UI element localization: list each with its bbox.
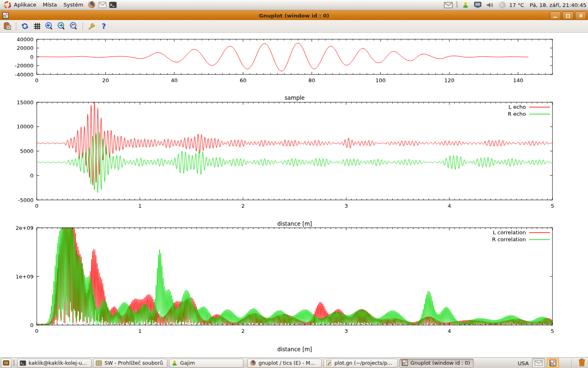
series-chirp-signal — [37, 43, 528, 71]
y-tick-label: -20000 — [15, 63, 33, 69]
task-label: Gnuplot (window id : 0) — [410, 360, 470, 366]
zoom-previous-icon[interactable] — [45, 21, 54, 31]
tray-separator — [571, 359, 572, 367]
file-manager-icon — [96, 360, 102, 366]
help-icon[interactable]: ? — [99, 21, 109, 31]
legend-label: R correlation — [492, 236, 526, 242]
y-tick-label: 20000 — [17, 45, 33, 51]
menu-places-label: Místa — [43, 2, 57, 8]
task-label: kaklik@kaklik-kolej-u... — [29, 360, 87, 366]
y-tick-label: 10000 — [17, 123, 33, 130]
replot-icon[interactable] — [20, 21, 30, 31]
chart-echo[interactable]: 012345150001000050000-5000distance [m]L … — [17, 99, 555, 227]
chart-signal[interactable]: 02040608010012014040000200000-20000-4000… — [15, 36, 552, 101]
gajim-status-icon[interactable] — [461, 0, 470, 9]
x-tick-label: 4 — [448, 203, 451, 209]
bottom-panel: kaklik@kaklik-kolej-u... SW - Prohlížeč … — [0, 357, 588, 368]
y-tick-label: 40000 — [17, 36, 33, 43]
maximize-button[interactable] — [562, 11, 574, 20]
firefox-launcher-icon[interactable] — [87, 0, 96, 9]
bottom-panel-tray: USA — [518, 358, 588, 368]
gnuplot-canvas[interactable]: 02040608010012014040000200000-20000-4000… — [0, 33, 588, 357]
task-editor[interactable]: plot.gn (~/projects/p... — [323, 359, 398, 368]
y-tick-label: 0 — [30, 173, 33, 179]
show-desktop-button[interactable] — [1, 358, 11, 368]
close-button[interactable] — [575, 11, 586, 20]
trash-icon[interactable] — [577, 358, 586, 368]
plots-svg[interactable]: 02040608010012014040000200000-20000-4000… — [0, 33, 588, 357]
series-l-correlation — [37, 228, 552, 325]
window-title: Gnuplot (window id : 0) — [0, 13, 588, 19]
menu-applications[interactable]: Aplikace — [0, 0, 40, 10]
copy-to-clipboard-icon[interactable] — [2, 21, 12, 31]
mail-tray-icon[interactable] — [444, 0, 453, 9]
mail-tray-icon[interactable] — [532, 358, 545, 368]
y-tick-label: -5000 — [18, 197, 33, 203]
grid-icon[interactable] — [32, 21, 42, 31]
x-axis-label: distance [m] — [277, 346, 312, 352]
x-tick-label: 100 — [376, 77, 386, 83]
gnuplot-icon — [402, 360, 408, 366]
legend-label: R echo — [508, 111, 526, 117]
task-gajim[interactable]: Gajim — [169, 359, 243, 368]
task-gnuplot[interactable]: Gnuplot (window id : 0) — [399, 359, 474, 368]
top-panel-tray: 17 °C Pá, 18. září, 21:40:45 — [443, 0, 586, 10]
gnuplot-toolbar: ? — [0, 20, 588, 33]
gajim-icon — [172, 360, 178, 366]
x-tick-label: 60 — [240, 77, 247, 83]
task-label: Gajim — [180, 360, 195, 366]
x-tick-label: 5 — [551, 328, 554, 334]
chart-correlation[interactable]: 0123452e+091e+090distance [m]L correlati… — [16, 225, 554, 353]
autoscale-icon[interactable] — [69, 21, 79, 31]
x-tick-label: 1 — [138, 203, 141, 209]
plot-border — [37, 102, 552, 200]
task-firefox[interactable]: gnuplot / tics (E) - M... — [247, 359, 322, 368]
display-icon[interactable] — [473, 0, 482, 9]
config-icon[interactable] — [87, 21, 96, 31]
gnuplot-tray-icon[interactable] — [547, 358, 559, 368]
x-tick-label: 1 — [138, 328, 141, 334]
task-label: SW - Prohlížeč souborů — [105, 360, 163, 366]
legend-label: L correlation — [493, 229, 526, 236]
x-tick-label: 0 — [35, 203, 38, 209]
terminal-launcher-icon[interactable] — [109, 0, 118, 9]
menu-applications-label: Aplikace — [14, 2, 36, 8]
weather-icon[interactable] — [498, 0, 507, 9]
ubuntu-logo-icon — [3, 1, 11, 9]
menu-system[interactable]: Systém — [60, 0, 86, 10]
clock-label[interactable]: Pá, 18. září, 21:40:45 — [530, 2, 586, 8]
temperature-label[interactable]: 17 °C — [509, 2, 524, 8]
mail-launcher-icon[interactable] — [98, 0, 107, 9]
x-tick-label: 20 — [102, 77, 109, 83]
x-tick-label: 3 — [345, 328, 348, 334]
x-tick-label: 120 — [444, 77, 454, 83]
minimize-button[interactable] — [550, 11, 561, 20]
task-label: gnuplot / tics (E) - M... — [258, 360, 315, 366]
task-file-manager[interactable]: SW - Prohlížeč souborů — [93, 359, 167, 368]
x-tick-label: 0 — [35, 328, 38, 334]
zoom-next-icon[interactable] — [57, 21, 67, 31]
task-terminal[interactable]: kaklik@kaklik-kolej-u... — [17, 359, 91, 368]
x-tick-label: 40 — [171, 77, 178, 83]
legend-label: L echo — [508, 104, 526, 110]
x-tick-label: 80 — [308, 77, 315, 83]
x-tick-label: 2 — [241, 203, 245, 209]
y-tick-label: 5000 — [20, 148, 33, 154]
text-editor-icon — [326, 360, 332, 366]
y-tick-label: -40000 — [15, 72, 33, 78]
menu-places[interactable]: Místa — [40, 0, 60, 10]
x-tick-label: 0 — [35, 77, 38, 83]
volume-icon[interactable] — [486, 0, 494, 9]
x-axis-label: distance [m] — [277, 220, 312, 227]
desktop: Aplikace Místa Systém — [0, 0, 588, 368]
tray-separator — [456, 2, 458, 8]
x-axis-label: sample — [285, 94, 305, 101]
x-tick-label: 3 — [345, 203, 348, 209]
y-tick-label: 2e+09 — [16, 225, 33, 231]
x-tick-label: 2 — [241, 328, 245, 334]
y-tick-label: 0 — [30, 54, 33, 60]
gnuplot-window-titlebar[interactable]: Gnuplot (window id : 0) — [0, 10, 588, 20]
keyboard-layout-indicator[interactable]: USA — [518, 360, 529, 366]
taskbar-handle[interactable] — [13, 360, 15, 366]
x-tick-label: 140 — [513, 77, 523, 83]
